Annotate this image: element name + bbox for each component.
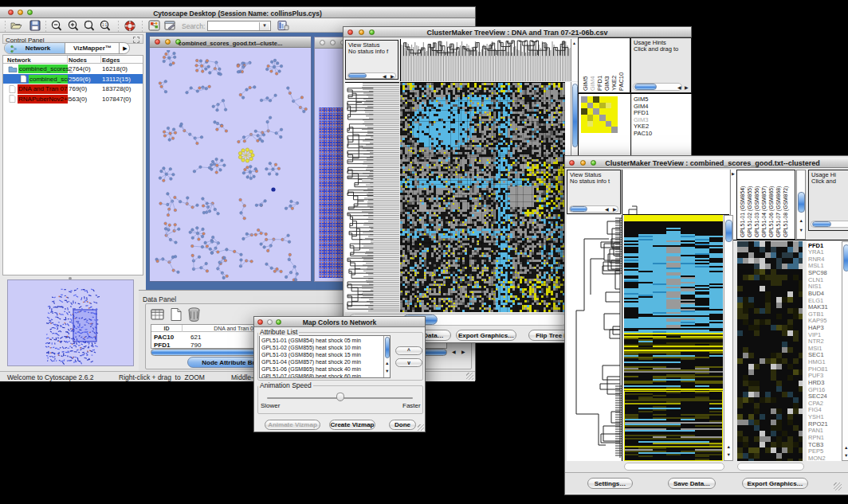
svg-text:1:1: 1:1 [102,23,108,27]
